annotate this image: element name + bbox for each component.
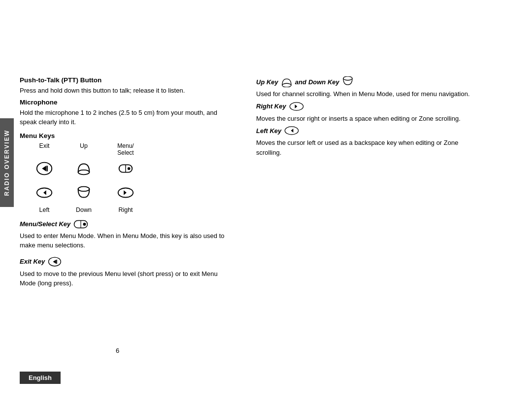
left-key-section: Left Key Moves the cursor left or used a… [256, 125, 483, 157]
ptt-body: Press and hold down this button to talk;… [20, 86, 232, 96]
updown-key-section: Up Key and Down Key [256, 76, 483, 99]
svg-point-5 [128, 167, 131, 170]
menu-keys-title: Menu Keys [20, 132, 232, 139]
label-down: Down [64, 206, 103, 213]
page: RADIO OVERVIEW Push-to-Talk (PTT) Button… [0, 0, 532, 411]
svg-point-15 [343, 76, 352, 80]
microphone-section: Microphone Hold the microphone 1 to 2 in… [20, 99, 232, 127]
menu-select-inline-icon [73, 219, 88, 229]
and-label: and [295, 78, 306, 86]
ptt-section: Push-to-Talk (PTT) Button Press and hold… [20, 76, 232, 96]
updown-key-title: Up Key and Down Key [256, 76, 483, 87]
exit-key-section: Exit Key Used to move to the previous Me… [20, 256, 232, 288]
svg-point-2 [78, 170, 90, 174]
up-key-label: Up Key [256, 78, 278, 86]
exit-key-icon-cell [25, 157, 64, 181]
menu-select-key-section: Menu/Select Key Used to enter Menu Mode.… [20, 219, 232, 250]
microphone-title: Microphone [20, 99, 232, 106]
label-left: Left [25, 206, 64, 213]
updown-key-body: Used for channel scrolling. When in Menu… [256, 89, 483, 99]
left-key-title-text: Left Key [256, 127, 281, 135]
up-key-icon-cell [64, 157, 103, 181]
left-key-inline-icon [284, 125, 299, 136]
right-key-section: Right Key Moves the cursor right or inse… [256, 101, 483, 124]
exit-key-title: Exit Key [20, 256, 232, 267]
down-key-icon [74, 183, 93, 204]
exit-inline-icon [48, 256, 62, 267]
svg-point-11 [83, 223, 86, 226]
right-key-title: Right Key [256, 101, 483, 112]
right-key-body: Moves the cursor right or inserts a spac… [256, 114, 483, 124]
sidebar-tab: RADIO OVERVIEW [0, 118, 14, 207]
label-right: Right [103, 206, 148, 213]
menu-keys-grid: Exit Up Menu/Select [25, 142, 232, 213]
label-menu-select: Menu/Select [103, 142, 148, 157]
menu-keys-section: Menu Keys Exit Up Menu/Select [20, 132, 232, 213]
right-key-inline-icon [289, 101, 304, 112]
down-key-inline-icon [341, 76, 354, 87]
down-key-label: Down Key [308, 78, 339, 86]
left-key-body: Moves the cursor left or used as a backs… [256, 138, 483, 157]
menu-select-key-icon [116, 159, 135, 179]
menu-select-key-body: Used to enter Menu Mode. When in Menu Mo… [20, 231, 232, 250]
right-column: Up Key and Down Key [246, 76, 483, 288]
page-number: 6 [116, 347, 119, 354]
exit-key-body: Used to move to the previous Menu level … [20, 269, 232, 288]
svg-point-7 [78, 186, 90, 191]
label-exit: Exit [25, 142, 64, 157]
left-key-icon-grid [35, 183, 54, 204]
label-up: Up [64, 142, 103, 157]
right-key-icon-grid [116, 183, 135, 204]
right-key-title-text: Right Key [256, 103, 286, 110]
menu-select-key-title-text: Menu/Select Key [20, 220, 70, 228]
menu-select-key-title: Menu/Select Key [20, 219, 232, 229]
up-key-inline-icon [280, 76, 293, 87]
exit-key-icon [35, 159, 54, 179]
menu-select-key-icon-cell [103, 157, 148, 181]
down-key-icon-cell [64, 181, 103, 206]
sidebar-tab-label: RADIO OVERVIEW [3, 130, 10, 196]
left-column: Push-to-Talk (PTT) Button Press and hold… [20, 76, 246, 288]
exit-key-title-text: Exit Key [20, 258, 45, 265]
ptt-title: Push-to-Talk (PTT) Button [20, 76, 232, 84]
right-key-icon-cell-grid [103, 181, 148, 206]
left-key-icon-cell-grid [25, 181, 64, 206]
main-content: Push-to-Talk (PTT) Button Press and hold… [20, 76, 512, 288]
microphone-body: Hold the microphone 1 to 2 inches (2.5 t… [20, 108, 232, 127]
left-key-title: Left Key [256, 125, 483, 136]
english-badge: English [20, 372, 61, 384]
up-key-icon [74, 159, 93, 179]
